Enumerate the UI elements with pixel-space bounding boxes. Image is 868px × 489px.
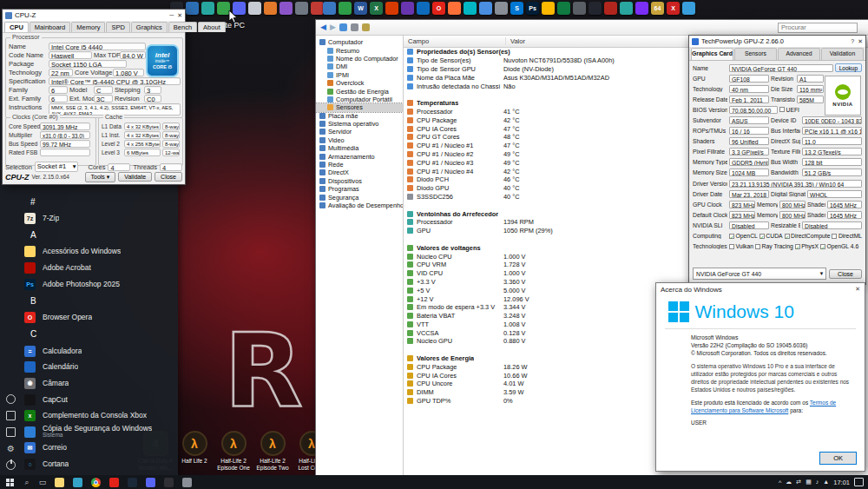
cpuz-tab-spd[interactable]: SPD (106, 22, 129, 32)
volume-tray-icon[interactable]: ♪ (816, 479, 819, 486)
checkbox-directcompute[interactable]: ✓DirectCompute (785, 233, 831, 239)
cpuz-tab-graphics[interactable]: Graphics (131, 22, 168, 32)
dock-app-27[interactable] (573, 2, 586, 15)
user-account-icon[interactable] (6, 394, 16, 404)
start-app-7-zip[interactable]: 7z7-Zip (21, 210, 178, 227)
checkbox-directml[interactable]: DirectML (832, 233, 862, 239)
tree-item-multimedia[interactable]: Multimédia (316, 144, 403, 152)
steam-taskbar-button[interactable] (123, 475, 141, 489)
tree-item-sensores[interactable]: Sensores (316, 103, 403, 111)
dock-app-06[interactable] (248, 2, 261, 15)
start-button[interactable] (0, 475, 19, 489)
tree-item-seguranca[interactable]: Segurança (316, 193, 403, 201)
about-titlebar[interactable]: Acerca do Windows ✕ (656, 283, 865, 295)
cpuz-tab-bench[interactable]: Bench (168, 22, 197, 32)
back-icon[interactable]: ◀ (320, 23, 326, 31)
dock-app-34[interactable] (682, 2, 695, 15)
update-tray-icon[interactable]: ⇄ (796, 479, 801, 486)
checkbox-ray-tracing[interactable]: Ray Tracing (755, 243, 793, 249)
skype-icon[interactable]: S (510, 2, 523, 15)
dock-app-21[interactable] (479, 2, 492, 15)
dock-app-17[interactable] (417, 2, 430, 15)
tree-item-computador[interactable]: Computador (316, 38, 403, 46)
gpuz-tab-sensors[interactable]: Sensors (734, 48, 777, 60)
forward-icon[interactable]: ▶ (330, 23, 336, 31)
game-shortcut-half-life-2-episode-two[interactable]: λHalf-Life 2 Episode Two (254, 431, 291, 471)
dock-app-25[interactable] (542, 2, 555, 15)
start-app-complemento-da-consola-xbox[interactable]: xComplemento da Consola Xbox (21, 407, 178, 424)
checkbox-physx[interactable]: ✓PhysX (795, 243, 819, 249)
dock-app-02[interactable] (186, 2, 199, 15)
photoshop-dock-icon[interactable]: Ps (526, 2, 539, 15)
tree-item-sistema-operativo[interactable]: Sistema operativo (316, 120, 403, 128)
start-app-acessorios-do-windows[interactable]: Acessórios do Windows (21, 244, 178, 261)
start-app-cortana[interactable]: ○Cortana (21, 456, 178, 472)
start-app-calendario[interactable]: Calendário (21, 360, 178, 376)
tree-item-directx[interactable]: DirectX (316, 169, 403, 176)
tree-item-avaliacao-de-desempenho[interactable]: Avaliação de Desempenho (316, 202, 403, 209)
cpuz-tab-cpu[interactable]: CPU (4, 22, 29, 32)
dock-app-26[interactable] (557, 2, 570, 15)
dock-app-30[interactable] (620, 2, 633, 15)
action-center-icon[interactable] (854, 478, 864, 486)
cpuz-close-button[interactable]: Close (155, 172, 182, 182)
start-app-correio[interactable]: ✉Correio (21, 440, 178, 457)
start-app-camara[interactable]: ◉Câmara (21, 375, 178, 392)
epic-games-taskbar-button[interactable] (160, 475, 178, 489)
dock-app-31[interactable] (635, 2, 648, 15)
checkbox-cuda[interactable]: ✓CUDA (760, 233, 783, 239)
checkbox-uefi[interactable]: UEFI (779, 107, 799, 113)
tree-item-ipmi[interactable]: IPMI (316, 71, 403, 79)
print-icon[interactable] (351, 23, 358, 31)
gpu-device-selector[interactable]: NVIDIA GeForce GT 440 ▾ (693, 268, 826, 280)
opera-taskbar-taskbar-button[interactable] (105, 475, 123, 489)
about-close-icon[interactable]: ✕ (855, 286, 860, 293)
tree-item-placa-mae[interactable]: Placa mãe (316, 112, 403, 120)
options-icon[interactable] (362, 23, 370, 31)
tree-item-computador-portatil[interactable]: Computador Portátil (316, 96, 403, 103)
discord-taskbar-button[interactable] (141, 475, 160, 489)
start-app-adobe-photoshop-2025[interactable]: PsAdobe Photoshop 2025 (21, 276, 178, 293)
chrome-taskbar-button[interactable] (87, 475, 105, 489)
close-app-icon[interactable]: X (667, 2, 680, 15)
pictures-icon[interactable] (6, 427, 16, 437)
cpuz-tab-about[interactable]: About (198, 22, 226, 32)
gpuz-tab-validation[interactable]: Validation (821, 48, 864, 60)
x64-app-icon[interactable]: 64 (651, 2, 664, 15)
gpuz-close-button[interactable]: Close (829, 269, 862, 279)
game-shortcut-half-life-2[interactable]: λHalf Life 2 (176, 431, 213, 471)
onedrive-tray-icon[interactable]: ☁ (786, 479, 792, 486)
ok-button[interactable]: OK (819, 452, 857, 465)
dock-app-20[interactable] (464, 2, 477, 15)
settings-taskbar-taskbar-button[interactable] (178, 475, 196, 489)
cpuz-minimize-icon[interactable]: ─ (169, 12, 174, 19)
tree-item-overclock[interactable]: Overclock (316, 79, 403, 87)
start-app-copia-de-seguranca-do-windows[interactable]: Cópia de Segurança do WindowsSistema (21, 424, 178, 440)
dock-app-11[interactable] (323, 2, 336, 15)
game-shortcut-half-life-2-episode-one[interactable]: λHalf-Life 2 Episode One (215, 431, 252, 471)
tree-item-dispositivos[interactable]: Dispositivos (316, 177, 403, 185)
dock-app-10[interactable] (311, 2, 324, 15)
tools-button[interactable]: Tools ▾ (85, 172, 116, 182)
tree-item-dmi[interactable]: DMI (316, 63, 403, 70)
start-app-capcut[interactable]: CapCut (21, 392, 178, 408)
tree-item-programas[interactable]: Programas (316, 185, 403, 193)
cpuz-tab-mainboard[interactable]: Mainboard (30, 22, 70, 32)
search-input[interactable] (778, 23, 858, 33)
power-icon[interactable] (6, 460, 16, 470)
word-icon[interactable]: W (354, 2, 367, 15)
tree-item-nome-do-computador[interactable]: Nome do Computador (316, 55, 403, 63)
checkbox-opengl-4-6[interactable]: ✓OpenGL 4.6 (820, 243, 858, 249)
tree-item-rede[interactable]: Rede (316, 161, 403, 169)
taskbar-clock[interactable]: 17:01 (833, 479, 850, 486)
tray-chevron-icon[interactable]: ^ (779, 479, 781, 486)
cpuz-close-icon[interactable]: ✕ (177, 12, 182, 19)
gpuz-close-icon[interactable]: ✕ (858, 38, 863, 45)
task-view-icon[interactable]: ▭ (35, 478, 50, 486)
dock-app-07[interactable] (264, 2, 277, 15)
taskbar-search-icon[interactable]: ⌕ (19, 478, 35, 487)
dock-app-12[interactable] (339, 2, 352, 15)
dock-app-09[interactable] (295, 2, 308, 15)
tree-item-servidor[interactable]: Servidor (316, 128, 403, 135)
gpuz-titlebar[interactable]: TechPowerUp GPU-Z 2.66.0 ? ✕ (689, 36, 865, 47)
